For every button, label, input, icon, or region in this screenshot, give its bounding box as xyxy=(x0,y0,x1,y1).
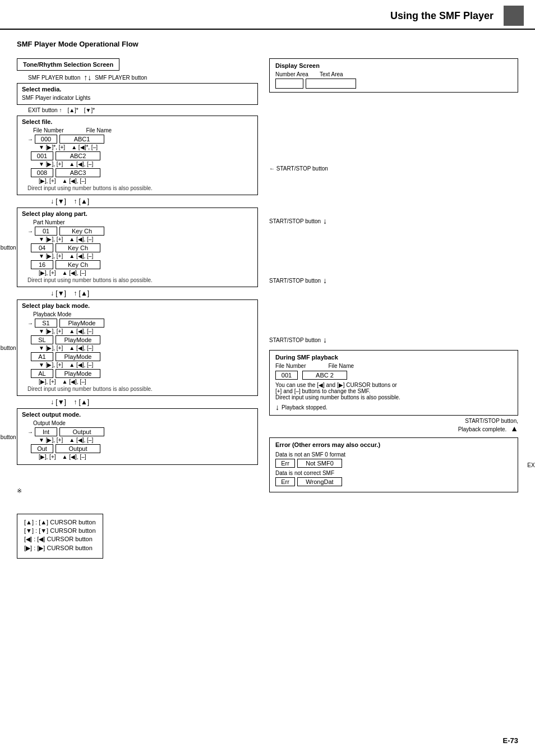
play-row3-name: Key Ch xyxy=(56,260,100,269)
smf-col1: File Number xyxy=(275,363,306,369)
file-row3-btns: [▶], [+] ▲ [◀], [–] xyxy=(39,178,253,184)
play-row2-name: Key Ch xyxy=(56,243,100,252)
exit-btn-error: EXIT button xyxy=(527,462,535,468)
pb-row2-name: PlayMode xyxy=(56,335,100,344)
output-col1: Output Mode xyxy=(33,420,253,426)
file-row1-name: ABC1 xyxy=(59,135,104,144)
start-stop-4: START/STOP button ↓ xyxy=(269,335,518,344)
exit-btn-label-1: EXIT button ↑ xyxy=(28,107,62,113)
smf-note1: You can use the [◀] and [▶] CURSOR butto… xyxy=(275,382,512,388)
select-file-title: Select file. xyxy=(22,118,253,125)
bracket-v: [▼]* xyxy=(84,107,95,113)
playback-note: Direct input using number buttons is als… xyxy=(27,386,253,392)
play-note: Direct input using number buttons is als… xyxy=(27,277,253,283)
play-row2-num: 04 xyxy=(31,243,53,252)
nav-arrows-2: ↓ [▼] ↑ [▲] xyxy=(50,289,258,297)
file-row1-num: 000 xyxy=(35,135,57,144)
select-media-title: Select media. xyxy=(22,86,253,93)
file-row1-btns: ▼ [▶]*, [+] ▲ [◀]*, [–] xyxy=(39,144,253,150)
error1-label: Data is not an SMF 0 format xyxy=(275,451,512,458)
nav-arrows-3: ↓ [▼] ↑ [▲] xyxy=(50,398,258,406)
legend-left-key: [◀] xyxy=(24,536,32,542)
file-row2-num: 001 xyxy=(31,151,53,160)
play-col1: Part Number xyxy=(33,219,253,225)
select-output-section: EXIT button Select output mode. Output M… xyxy=(17,408,258,465)
out-row1-name: Output xyxy=(59,427,104,436)
legend-down-key: [▼] xyxy=(24,527,34,534)
legend-right-key: [▶] xyxy=(24,545,32,551)
legend-box: [▲] : [▲] CURSOR button [▼] : [▼] CURSOR… xyxy=(17,514,103,559)
legend-up-key: [▲] xyxy=(24,519,34,525)
smf-playback-title: During SMF playback xyxy=(275,354,512,361)
smf-player-btn-right: SMF PLAYER button xyxy=(95,75,147,81)
file-row2-name: ABC2 xyxy=(56,151,100,160)
smf-playback-box: During SMF playback File Number File Nam… xyxy=(269,350,518,416)
start-stop-1: ← START/STOP button xyxy=(269,165,518,172)
error-title: Error (Other errors may also occur.) xyxy=(275,441,512,448)
nav-arrows-1: ↓ [▼] ↑ [▲] xyxy=(50,197,258,205)
smf-col2: File Name xyxy=(328,363,354,369)
error1-cell2: Not SMF0 xyxy=(297,459,342,468)
error-box: Error (Other errors may also occur.) Dat… xyxy=(269,437,518,492)
display-screen-box: Display Screen Number Area Text Area xyxy=(269,58,518,93)
out-row2-num: Out xyxy=(31,444,53,453)
out-row2-name: Output xyxy=(56,444,100,453)
pb-row3-num: A1 xyxy=(31,352,53,361)
playback-col1: Playback Mode xyxy=(33,311,253,317)
smf-indicator: SMF Player indicator Lights xyxy=(22,95,253,101)
bracket-a: [▲]* xyxy=(67,107,78,113)
start-stop-final: START/STOP button, Playback complete. ▲ xyxy=(269,418,518,433)
number-area-label: Number Area xyxy=(275,71,308,77)
pb-row3-name: PlayMode xyxy=(56,352,100,361)
error2-cell1: Err xyxy=(275,477,295,486)
header: Using the SMF Player xyxy=(0,0,535,30)
exit-btn-playback: EXIT button xyxy=(0,345,16,351)
play-row3-num: 16 xyxy=(31,260,53,269)
pb-row1-num: S1 xyxy=(35,319,57,328)
error2-cell2: WrongDat xyxy=(297,477,342,486)
text-area-label: Text Area xyxy=(320,71,343,77)
error1-row: Err Not SMF0 xyxy=(275,459,512,468)
smf-note3: Direct input using number buttons is als… xyxy=(275,394,512,400)
tone-rhythm-box: Tone/Rhythm Selection Screen xyxy=(17,58,119,71)
start-stop-2: START/STOP button ↓ xyxy=(269,216,518,225)
legend-asterisk: ※ xyxy=(17,487,258,495)
select-file-section: Select file. File Number File Name → 000… xyxy=(17,116,258,195)
play-row1-num: 01 xyxy=(35,227,57,236)
start-stop-3: START/STOP button ↓ xyxy=(269,276,518,285)
select-output-title: Select output mode. xyxy=(22,411,253,418)
header-title: Using the SMF Player xyxy=(390,10,494,22)
exit-btn-play: EXIT button xyxy=(0,245,16,251)
select-playback-section: EXIT button Select play back mode. Playb… xyxy=(17,299,258,396)
smf-file-num: 001 xyxy=(275,371,298,380)
pb-row2-num: SL xyxy=(31,335,53,344)
smf-file-name: ABC 2 xyxy=(302,371,347,380)
display-screen-title: Display Screen xyxy=(275,62,512,69)
display-inner-left xyxy=(275,79,303,89)
display-inner-right xyxy=(306,79,356,89)
file-col1: File Number xyxy=(33,127,63,133)
file-note: Direct input using number buttons is als… xyxy=(27,185,253,191)
smf-player-btn-left: SMF PLAYER button xyxy=(28,75,80,81)
page-number: E-73 xyxy=(503,736,518,745)
file-row2-btns: ▼ [▶], [+] ▲ [◀], [–] xyxy=(39,161,253,167)
error2-label: Data is not correct SMF xyxy=(275,470,512,476)
header-color-block xyxy=(504,6,524,26)
file-row3-num: 008 xyxy=(31,168,53,177)
section-heading: SMF Player Mode Operational Flow xyxy=(17,40,518,48)
out-row1-num: Int xyxy=(35,427,57,436)
file-row3-name: ABC3 xyxy=(56,168,100,177)
pb-row1-name: PlayMode xyxy=(59,319,104,328)
select-play-title: Select play along part. xyxy=(22,210,253,217)
playback-stopped: ↓ Playback stopped. xyxy=(275,403,512,412)
exit-btn-output: EXIT button xyxy=(0,434,16,440)
error1-cell1: Err xyxy=(275,459,295,468)
display-areas: Number Area Text Area xyxy=(275,71,512,77)
play-row1-name: Key Ch xyxy=(59,227,104,236)
select-play-section: EXIT button Select play along part. Part… xyxy=(17,208,258,287)
error2-row: Err WrongDat xyxy=(275,477,512,486)
file-col2: File Name xyxy=(86,127,112,133)
smf-note2: [+] and [–] buttons to change the SMF. xyxy=(275,388,512,394)
select-playback-title: Select play back mode. xyxy=(22,302,253,309)
pb-row4-num: AL xyxy=(31,369,53,378)
